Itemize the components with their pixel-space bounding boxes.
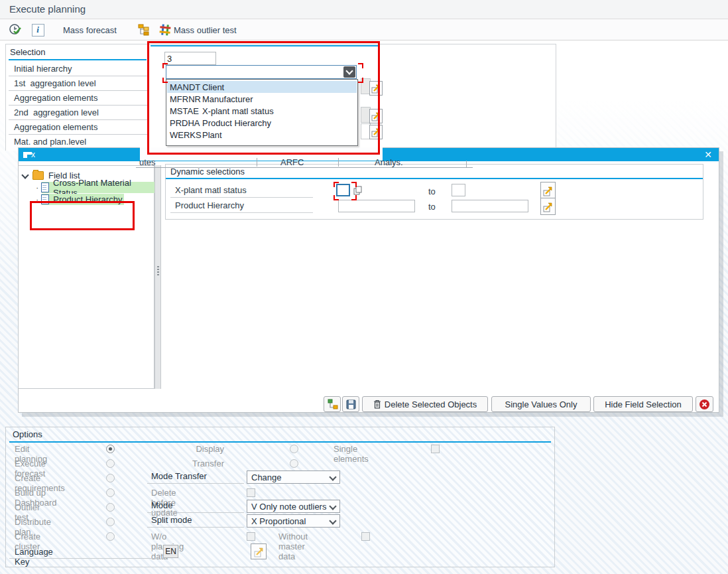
mass-forecast-button[interactable]: Mass forecast xyxy=(63,25,117,35)
tabstrip-underline xyxy=(136,167,473,168)
xplant-multi-select-button[interactable] xyxy=(540,182,556,199)
field-combo-input[interactable] xyxy=(166,65,357,79)
close-icon[interactable]: ✕ xyxy=(704,149,712,160)
language-key-input[interactable] xyxy=(163,545,178,558)
multiple-selection-button[interactable] xyxy=(369,125,383,139)
combo-dropdown-button[interactable] xyxy=(343,66,355,78)
prdha-to-input[interactable] xyxy=(452,200,528,212)
mode-label: Mode xyxy=(147,499,244,513)
row-initial-hierarchy[interactable]: Initial hierarchy xyxy=(9,61,148,76)
folder-icon xyxy=(32,171,44,180)
chevron-down-icon xyxy=(345,67,353,74)
delete-selected-objects-button[interactable]: Delete Selected Objects xyxy=(362,396,488,412)
hide-field-selection-button[interactable]: Hide Field Selection xyxy=(593,396,693,412)
radio-execute-forecast[interactable] xyxy=(106,459,115,468)
hierarchy-icon-button[interactable] xyxy=(136,23,151,37)
trash-icon xyxy=(373,399,381,409)
multi-select-arrow-icon xyxy=(371,111,381,121)
rows-count-input[interactable] xyxy=(164,52,216,65)
info-button[interactable]: i xyxy=(30,23,45,37)
focus-corner xyxy=(162,78,168,83)
bullet-icon: · xyxy=(36,182,38,192)
execute-check-icon xyxy=(9,23,22,36)
multi-select-arrow-icon xyxy=(371,83,381,94)
bullet-icon: · xyxy=(36,194,38,204)
dialog-title: x xyxy=(31,150,35,159)
radio-build-dashboard[interactable] xyxy=(106,488,115,497)
row-2nd-aggregation-level[interactable]: 2nd aggregation level xyxy=(9,105,148,120)
opt-display-label: Display xyxy=(158,444,224,454)
single-values-only-button[interactable]: Single Values Only xyxy=(491,396,591,412)
language-key-label: Language Key xyxy=(15,547,53,567)
chevron-down-icon xyxy=(329,502,336,510)
field-dropdown-list: MANDTClient MFRNRManufacturer MSTAEX-pla… xyxy=(166,79,358,146)
multiple-selection-button[interactable] xyxy=(369,109,383,123)
splitter-grip xyxy=(157,266,159,277)
dropdown-option-prdha[interactable]: PRDHAProduct Hierarchy xyxy=(167,117,357,129)
save-icon xyxy=(345,399,357,410)
field-list-tree: Field list · Cross-Plant Material Status… xyxy=(18,165,154,389)
focus-corner xyxy=(351,195,357,200)
checkbox-wo-planning-data[interactable] xyxy=(247,532,255,541)
language-key-underline xyxy=(9,558,159,559)
tab-attributes-partial[interactable]: utes xyxy=(139,157,156,167)
background-tabstrip: utes ARFC Analys. xyxy=(136,157,473,168)
row-1st-aggregation-level[interactable]: 1st aggregation level xyxy=(9,76,148,91)
opt-without-master-label: Without master data xyxy=(278,532,308,561)
window-header: Execute planning xyxy=(0,0,728,19)
cancel-button[interactable] xyxy=(696,396,713,412)
tree-item-cross-plant-status[interactable]: · Cross-Plant Material Status xyxy=(42,182,154,193)
dropdown-option-werks[interactable]: WERKSPlant xyxy=(167,129,357,141)
save-button[interactable] xyxy=(342,396,359,412)
splitter[interactable] xyxy=(154,165,161,389)
focus-corner xyxy=(334,195,339,200)
chevron-down-icon xyxy=(329,473,336,480)
structure-icon xyxy=(326,398,338,410)
prdha-from-input[interactable] xyxy=(338,200,415,212)
focus-corner xyxy=(162,63,168,68)
row-mat-plan-level[interactable]: Mat. and plan.level xyxy=(9,134,148,149)
product-hierarchy-label: Product Hierarchy xyxy=(170,198,313,213)
row-aggregation-elements-1[interactable]: Aggregation elements xyxy=(9,90,148,106)
row-aggregation-elements-2[interactable]: Aggregation elements xyxy=(9,119,148,135)
prdha-multi-select-button[interactable] xyxy=(540,198,556,215)
mode-transfer-select[interactable]: Change xyxy=(247,470,340,484)
tab-separator xyxy=(257,158,257,167)
tree-item-product-hierarchy[interactable]: · Product Hierarchy xyxy=(42,194,124,205)
language-multi-select-button[interactable] xyxy=(251,543,267,559)
focus-corner xyxy=(351,182,357,187)
radio-outlier-test[interactable] xyxy=(106,503,115,512)
chevron-down-icon[interactable] xyxy=(21,171,29,179)
execute-with-check-button[interactable] xyxy=(8,23,23,37)
multi-select-arrow-icon xyxy=(253,546,265,557)
xplant-to-input[interactable] xyxy=(452,184,465,196)
radio-create-cluster[interactable] xyxy=(106,532,115,541)
tab-analys[interactable]: Analys. xyxy=(375,157,403,167)
cancel-red-icon xyxy=(699,399,710,410)
tab-arfc[interactable]: ARFC xyxy=(280,157,304,167)
radio-create-requirements[interactable] xyxy=(106,474,115,482)
checkbox-delete-before-update[interactable] xyxy=(247,488,255,497)
application-toolbar: i Mass forecast Mass outlier test xyxy=(0,19,728,40)
multiple-selection-button[interactable] xyxy=(369,81,383,96)
checkbox-without-master-data[interactable] xyxy=(361,532,370,541)
dynamic-selections-group: Dynamic selections X-plant matl status P… xyxy=(165,164,703,220)
multi-select-arrow-icon xyxy=(542,201,554,212)
check-structure-button[interactable] xyxy=(324,396,341,412)
dropdown-option-mfrnr[interactable]: MFRNRManufacturer xyxy=(167,93,357,105)
split-mode-select[interactable]: X Proportional xyxy=(247,514,340,528)
field-selection-dialog: x ✕ Field list · Cross-Plant Material St… xyxy=(18,147,719,413)
dropdown-option-mandt[interactable]: MANDTClient xyxy=(167,81,357,93)
radio-edit-planning[interactable] xyxy=(106,445,115,453)
checkbox-single-elements[interactable] xyxy=(431,445,440,453)
radio-display[interactable] xyxy=(290,445,298,453)
dropdown-option-mstae[interactable]: MSTAEX-plant matl status xyxy=(167,105,357,117)
focus-corner xyxy=(358,63,363,68)
info-icon: i xyxy=(32,24,44,36)
mass-outlier-test-button[interactable]: Mass outlier test xyxy=(174,25,237,35)
selection-panel-title: Selection xyxy=(9,47,147,60)
radio-transfer[interactable] xyxy=(290,459,298,468)
mode-select[interactable]: V Only note outliers xyxy=(247,500,340,513)
mode-transfer-label: Mode Transfer xyxy=(147,470,244,484)
radio-distribute-plan[interactable] xyxy=(106,518,115,526)
